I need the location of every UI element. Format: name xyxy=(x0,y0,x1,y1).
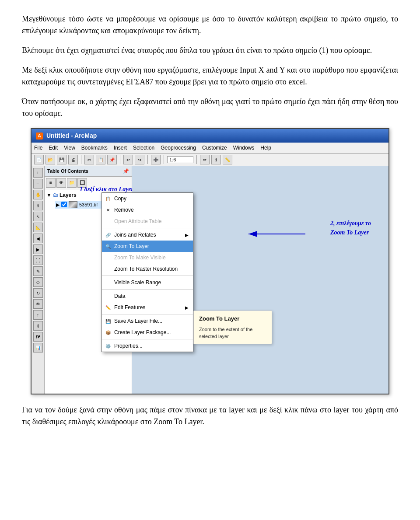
ctx-save-layer-label: Save As Layer File... xyxy=(114,317,162,325)
ctx-sep-3 xyxy=(102,289,193,290)
ctx-properties-label: Properties... xyxy=(114,342,143,350)
ctx-zoom-to-layer[interactable]: 🔍 Zoom To Layer xyxy=(102,241,193,252)
joins-icon: 🔗 xyxy=(105,231,112,238)
sep-5 xyxy=(196,155,197,164)
tool-identify[interactable]: ℹ xyxy=(33,201,43,210)
paragraph-2: Βλέπουμε ότι έχει σχηματιστεί ένας σταυρ… xyxy=(22,45,398,56)
ctx-create-label: Create Layer Package... xyxy=(114,328,171,336)
toolbar-copy[interactable]: 📋 xyxy=(96,155,105,164)
zoom-visible-icon xyxy=(105,254,112,261)
menu-customize[interactable]: Customize xyxy=(202,144,227,152)
ctx-copy[interactable]: 📋 Copy xyxy=(102,193,193,204)
layers-label: Layers xyxy=(60,191,77,199)
toolbar-open[interactable]: 📂 xyxy=(46,155,55,164)
tooltip-text: Zoom to the extent of the selected layer xyxy=(199,326,266,340)
ctx-zoom-label: Zoom To Layer xyxy=(114,242,149,250)
toc-list-btn[interactable]: ≡ xyxy=(46,178,56,188)
attr-icon xyxy=(105,218,112,225)
tool-measure[interactable]: 📐 xyxy=(33,223,43,232)
toolbar-cut[interactable]: ✂ xyxy=(84,155,94,164)
toolbar-print[interactable]: 🖨 xyxy=(68,155,78,164)
ctx-properties[interactable]: ⚙️ Properties... xyxy=(102,340,193,352)
tool-vertex[interactable]: ◇ xyxy=(33,277,43,287)
tool-eye[interactable]: 👁 xyxy=(33,299,43,309)
edit-arrow: ▶ xyxy=(185,304,189,311)
expand-icon[interactable]: ▼ xyxy=(46,191,52,199)
layer-expand[interactable]: ▶ xyxy=(56,201,60,209)
menu-edit[interactable]: Edit xyxy=(49,144,58,152)
arcmap-window: A Untitled - ArcMap File Edit View Bookm… xyxy=(31,128,389,394)
toc-display-btn[interactable]: 👁 xyxy=(56,178,66,188)
toolbar-redo[interactable]: ↪ xyxy=(135,155,144,164)
menu-help[interactable]: Help xyxy=(260,144,271,152)
tool-zoom-out[interactable]: − xyxy=(33,179,43,188)
menu-geoprocessing[interactable]: Geoprocessing xyxy=(161,144,196,152)
tool-select[interactable]: ↖ xyxy=(33,212,43,221)
tool-sidebar: + − ✋ ℹ ↖ 📐 ◀ ▶ ⛶ ✎ ◇ ↻ 👁 ↑ ⇕ 🗺 📊 xyxy=(32,166,45,394)
ctx-edit-label: Edit Features xyxy=(114,304,145,311)
tool-arrow[interactable]: ↑ xyxy=(33,310,43,320)
toolbar-new[interactable]: 📄 xyxy=(34,155,44,164)
paragraph-1: Μεγεθύνουμε τόσο ώστε να μπορέσουμε να ο… xyxy=(22,13,398,37)
tool-full[interactable]: ⛶ xyxy=(33,255,43,265)
toolbar-identify[interactable]: ℹ xyxy=(211,155,221,164)
arcmap-menubar[interactable]: File Edit View Bookmarks Insert Selectio… xyxy=(32,143,388,154)
edit-icon: ✏️ xyxy=(105,304,112,311)
tool-pan[interactable]: ✋ xyxy=(33,190,43,199)
toolbar-editor[interactable]: ✏ xyxy=(200,155,210,164)
joins-arrow: ▶ xyxy=(185,232,189,238)
tool-nav[interactable]: ◀ xyxy=(33,234,43,243)
layer-name: 53591.tif xyxy=(79,201,98,209)
arcmap-icon: A xyxy=(36,133,43,140)
paragraph-bottom: Για να τον δούμε ξανά στην οθόνη μας πάμ… xyxy=(22,404,398,428)
ctx-zoom-raster[interactable]: Zoom To Raster Resolution xyxy=(102,263,193,275)
menu-view[interactable]: View xyxy=(64,144,75,152)
menu-selection[interactable]: Selection xyxy=(133,144,154,152)
toc-source-btn[interactable]: 📁 xyxy=(67,178,77,188)
ctx-copy-label: Copy xyxy=(114,195,126,202)
menu-bookmarks[interactable]: Bookmarks xyxy=(81,144,108,152)
menu-file[interactable]: File xyxy=(34,144,42,152)
tool-zoom-in[interactable]: + xyxy=(33,168,43,178)
layer-checkbox[interactable] xyxy=(61,202,67,207)
ctx-edit-features[interactable]: ✏️ Edit Features ▶ xyxy=(102,302,193,313)
menu-windows[interactable]: Windows xyxy=(233,144,255,152)
ctx-save-layer[interactable]: 💾 Save As Layer File... xyxy=(102,315,193,327)
tool-edit[interactable]: ✎ xyxy=(33,266,43,276)
paragraph-4: Όταν πατήσουμε οκ, ο χάρτης έχει εξαφανι… xyxy=(22,96,398,119)
zoom-icon: 🔍 xyxy=(105,243,112,250)
toc-panel: Table Of Contents 📌 ≡ 👁 📁 🔲 ▼ 🗂 Layers xyxy=(45,166,132,394)
tool-nav2[interactable]: ▶ xyxy=(33,244,43,254)
toc-header: Table Of Contents 📌 xyxy=(45,166,132,177)
annotation-zoom-layer: 2, επιλέγουμε το Zoom To Layer xyxy=(330,219,371,237)
ctx-sep-2 xyxy=(102,276,193,276)
ctx-data[interactable]: Data xyxy=(102,290,193,302)
remove-icon: ✕ xyxy=(105,206,112,213)
ctx-create-package[interactable]: 📦 Create Layer Package... xyxy=(102,327,193,338)
toolbar-undo[interactable]: ↩ xyxy=(123,155,133,164)
scale-input[interactable] xyxy=(167,156,193,163)
toolbar-save[interactable]: 💾 xyxy=(57,155,66,164)
layer-thumbnail xyxy=(69,201,77,208)
zoom-raster-icon xyxy=(105,265,112,272)
annotation2-line1: 2, επιλέγουμε το xyxy=(330,220,371,227)
toolbar-add-data[interactable]: ➕ xyxy=(151,155,161,164)
ctx-remove[interactable]: ✕ Remove xyxy=(102,204,193,216)
tool-plus2[interactable]: ⇕ xyxy=(33,321,43,331)
ctx-remove-label: Remove xyxy=(114,206,134,214)
tool-data[interactable]: 📊 xyxy=(33,343,43,352)
sep-1 xyxy=(81,155,81,164)
arcmap-toolbar: 📄 📂 💾 🖨 ✂ 📋 📌 ↩ ↪ ➕ ✏ ℹ 📏 xyxy=(32,154,388,166)
props-icon: ⚙️ xyxy=(105,342,112,349)
ctx-data-label: Data xyxy=(114,292,125,300)
ctx-visible-scale[interactable]: Visible Scale Range xyxy=(102,277,193,288)
menu-insert[interactable]: Insert xyxy=(114,144,127,152)
tool-map[interactable]: 🗺 xyxy=(33,332,43,342)
page-content: Μεγεθύνουμε τόσο ώστε να μπορέσουμε να ο… xyxy=(22,13,398,428)
toolbar-measure[interactable]: 📏 xyxy=(223,155,232,164)
toolbar-paste[interactable]: 📌 xyxy=(107,155,117,164)
ctx-joins[interactable]: 🔗 Joins and Relates ▶ xyxy=(102,229,193,241)
toc-pin[interactable]: 📌 xyxy=(123,168,129,175)
tool-rotate[interactable]: ↻ xyxy=(33,288,43,298)
ctx-sep-4 xyxy=(102,314,193,314)
